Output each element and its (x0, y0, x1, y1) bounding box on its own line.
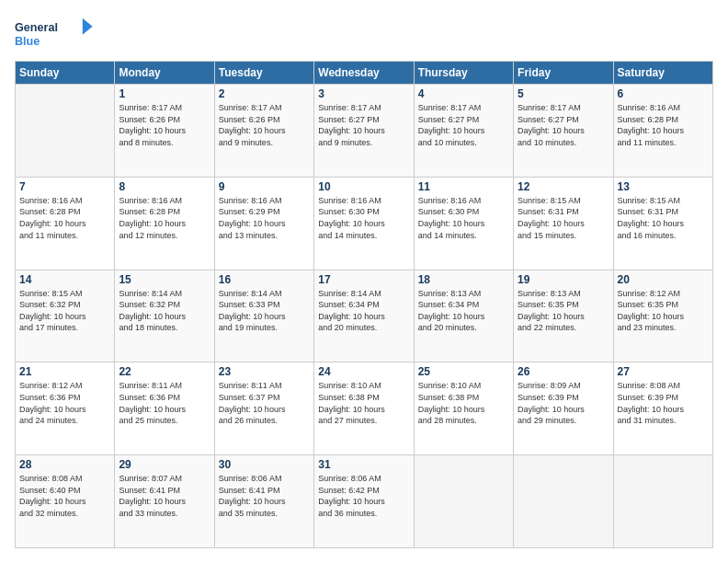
calendar-cell (414, 455, 513, 548)
cell-content: Sunrise: 8:16 AM Sunset: 6:28 PM Dayligh… (19, 195, 110, 241)
calendar-cell: 9Sunrise: 8:16 AM Sunset: 6:29 PM Daylig… (214, 177, 313, 270)
cell-content: Sunrise: 8:06 AM Sunset: 6:41 PM Dayligh… (219, 473, 310, 519)
calendar-cell: 26Sunrise: 8:09 AM Sunset: 6:39 PM Dayli… (514, 362, 613, 455)
weekday-header-tuesday: Tuesday (214, 62, 313, 85)
calendar-cell: 8Sunrise: 8:16 AM Sunset: 6:28 PM Daylig… (115, 177, 214, 270)
day-number: 7 (19, 180, 110, 193)
day-number: 1 (119, 87, 210, 100)
calendar-cell (514, 455, 613, 548)
calendar-cell: 4Sunrise: 8:17 AM Sunset: 6:27 PM Daylig… (414, 85, 513, 178)
cell-content: Sunrise: 8:12 AM Sunset: 6:35 PM Dayligh… (618, 288, 709, 334)
weekday-header-wednesday: Wednesday (314, 62, 414, 85)
day-number: 27 (618, 365, 709, 378)
calendar-cell: 14Sunrise: 8:15 AM Sunset: 6:32 PM Dayli… (16, 270, 115, 362)
calendar-cell: 23Sunrise: 8:11 AM Sunset: 6:37 PM Dayli… (214, 362, 313, 455)
day-number: 16 (219, 273, 310, 286)
cell-content: Sunrise: 8:10 AM Sunset: 6:38 PM Dayligh… (318, 380, 409, 426)
cell-content: Sunrise: 8:10 AM Sunset: 6:38 PM Dayligh… (418, 380, 509, 426)
calendar-cell: 16Sunrise: 8:14 AM Sunset: 6:33 PM Dayli… (214, 270, 313, 362)
calendar-cell: 13Sunrise: 8:15 AM Sunset: 6:31 PM Dayli… (613, 177, 712, 270)
cell-content: Sunrise: 8:16 AM Sunset: 6:30 PM Dayligh… (318, 195, 409, 241)
day-number: 15 (119, 273, 210, 286)
week-row-1: 7Sunrise: 8:16 AM Sunset: 6:28 PM Daylig… (16, 177, 713, 270)
logo: General Blue (15, 15, 97, 52)
day-number: 18 (418, 273, 509, 286)
day-number: 8 (119, 180, 210, 193)
svg-marker-2 (83, 18, 93, 35)
calendar-cell: 28Sunrise: 8:08 AM Sunset: 6:40 PM Dayli… (16, 455, 115, 548)
cell-content: Sunrise: 8:06 AM Sunset: 6:42 PM Dayligh… (318, 473, 409, 519)
header: General Blue (15, 15, 713, 52)
cell-content: Sunrise: 8:15 AM Sunset: 6:32 PM Dayligh… (19, 288, 110, 334)
day-number: 2 (219, 87, 310, 100)
calendar-cell (16, 85, 115, 178)
calendar-cell: 31Sunrise: 8:06 AM Sunset: 6:42 PM Dayli… (314, 455, 414, 548)
calendar-cell: 18Sunrise: 8:13 AM Sunset: 6:34 PM Dayli… (414, 270, 513, 362)
weekday-header-thursday: Thursday (414, 62, 513, 85)
svg-text:General: General (15, 21, 58, 34)
week-row-0: 1Sunrise: 8:17 AM Sunset: 6:26 PM Daylig… (16, 85, 713, 178)
calendar-cell: 11Sunrise: 8:16 AM Sunset: 6:30 PM Dayli… (414, 177, 513, 270)
cell-content: Sunrise: 8:11 AM Sunset: 6:36 PM Dayligh… (119, 380, 210, 426)
cell-content: Sunrise: 8:09 AM Sunset: 6:39 PM Dayligh… (518, 380, 609, 426)
calendar-cell: 15Sunrise: 8:14 AM Sunset: 6:32 PM Dayli… (115, 270, 214, 362)
cell-content: Sunrise: 8:14 AM Sunset: 6:32 PM Dayligh… (119, 288, 210, 334)
week-row-3: 21Sunrise: 8:12 AM Sunset: 6:36 PM Dayli… (16, 362, 713, 455)
calendar-cell: 20Sunrise: 8:12 AM Sunset: 6:35 PM Dayli… (613, 270, 712, 362)
cell-content: Sunrise: 8:16 AM Sunset: 6:28 PM Dayligh… (119, 195, 210, 241)
page: General Blue SundayMondayTuesdayWednesda… (0, 0, 728, 563)
calendar-cell: 29Sunrise: 8:07 AM Sunset: 6:41 PM Dayli… (115, 455, 214, 548)
cell-content: Sunrise: 8:11 AM Sunset: 6:37 PM Dayligh… (219, 380, 310, 426)
day-number: 26 (518, 365, 609, 378)
day-number: 12 (518, 180, 609, 193)
weekday-header-sunday: Sunday (16, 62, 115, 85)
day-number: 20 (618, 273, 709, 286)
week-row-2: 14Sunrise: 8:15 AM Sunset: 6:32 PM Dayli… (16, 270, 713, 362)
cell-content: Sunrise: 8:13 AM Sunset: 6:35 PM Dayligh… (518, 288, 609, 334)
week-row-4: 28Sunrise: 8:08 AM Sunset: 6:40 PM Dayli… (16, 455, 713, 548)
day-number: 5 (518, 87, 609, 100)
calendar-table: SundayMondayTuesdayWednesdayThursdayFrid… (15, 61, 713, 548)
calendar-cell (613, 455, 712, 548)
day-number: 30 (219, 458, 310, 471)
calendar-cell: 19Sunrise: 8:13 AM Sunset: 6:35 PM Dayli… (514, 270, 613, 362)
cell-content: Sunrise: 8:15 AM Sunset: 6:31 PM Dayligh… (618, 195, 709, 241)
day-number: 14 (19, 273, 110, 286)
calendar-cell: 25Sunrise: 8:10 AM Sunset: 6:38 PM Dayli… (414, 362, 513, 455)
day-number: 21 (19, 365, 110, 378)
calendar-cell: 1Sunrise: 8:17 AM Sunset: 6:26 PM Daylig… (115, 85, 214, 178)
cell-content: Sunrise: 8:14 AM Sunset: 6:34 PM Dayligh… (318, 288, 409, 334)
day-number: 19 (518, 273, 609, 286)
day-number: 13 (618, 180, 709, 193)
cell-content: Sunrise: 8:16 AM Sunset: 6:30 PM Dayligh… (418, 195, 509, 241)
calendar-cell: 30Sunrise: 8:06 AM Sunset: 6:41 PM Dayli… (214, 455, 313, 548)
day-number: 9 (219, 180, 310, 193)
day-number: 10 (318, 180, 409, 193)
day-number: 28 (19, 458, 110, 471)
cell-content: Sunrise: 8:07 AM Sunset: 6:41 PM Dayligh… (119, 473, 210, 519)
cell-content: Sunrise: 8:17 AM Sunset: 6:27 PM Dayligh… (318, 102, 409, 148)
cell-content: Sunrise: 8:13 AM Sunset: 6:34 PM Dayligh… (418, 288, 509, 334)
svg-text:Blue: Blue (15, 35, 40, 48)
cell-content: Sunrise: 8:17 AM Sunset: 6:26 PM Dayligh… (219, 102, 310, 148)
calendar-cell: 6Sunrise: 8:16 AM Sunset: 6:28 PM Daylig… (613, 85, 712, 178)
day-number: 3 (318, 87, 409, 100)
weekday-header-row: SundayMondayTuesdayWednesdayThursdayFrid… (16, 62, 713, 85)
cell-content: Sunrise: 8:16 AM Sunset: 6:28 PM Dayligh… (618, 102, 709, 148)
cell-content: Sunrise: 8:15 AM Sunset: 6:31 PM Dayligh… (518, 195, 609, 241)
day-number: 22 (119, 365, 210, 378)
calendar-cell: 3Sunrise: 8:17 AM Sunset: 6:27 PM Daylig… (314, 85, 414, 178)
calendar-cell: 22Sunrise: 8:11 AM Sunset: 6:36 PM Dayli… (115, 362, 214, 455)
calendar-cell: 5Sunrise: 8:17 AM Sunset: 6:27 PM Daylig… (514, 85, 613, 178)
day-number: 31 (318, 458, 409, 471)
cell-content: Sunrise: 8:12 AM Sunset: 6:36 PM Dayligh… (19, 380, 110, 426)
calendar-cell: 21Sunrise: 8:12 AM Sunset: 6:36 PM Dayli… (16, 362, 115, 455)
day-number: 6 (618, 87, 709, 100)
cell-content: Sunrise: 8:08 AM Sunset: 6:39 PM Dayligh… (618, 380, 709, 426)
calendar-cell: 12Sunrise: 8:15 AM Sunset: 6:31 PM Dayli… (514, 177, 613, 270)
cell-content: Sunrise: 8:16 AM Sunset: 6:29 PM Dayligh… (219, 195, 310, 241)
logo-icon: General Blue (15, 15, 97, 52)
calendar-cell: 27Sunrise: 8:08 AM Sunset: 6:39 PM Dayli… (613, 362, 712, 455)
cell-content: Sunrise: 8:17 AM Sunset: 6:27 PM Dayligh… (518, 102, 609, 148)
calendar-cell: 7Sunrise: 8:16 AM Sunset: 6:28 PM Daylig… (16, 177, 115, 270)
